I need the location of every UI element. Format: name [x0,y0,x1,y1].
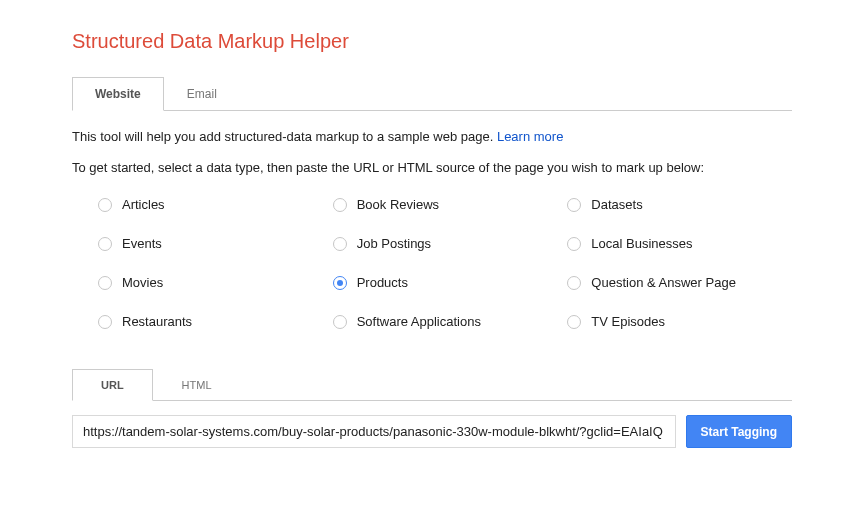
radio-label: Articles [122,197,165,212]
radio-label: TV Episodes [591,314,665,329]
radio-icon [567,237,581,251]
radio-icon [567,276,581,290]
radio-tv-episodes[interactable]: TV Episodes [567,314,792,329]
start-tagging-button[interactable]: Start Tagging [686,415,792,448]
type-tab-bar: Website Email [72,77,792,111]
radio-job-postings[interactable]: Job Postings [333,236,558,251]
radio-question-answer[interactable]: Question & Answer Page [567,275,792,290]
radio-icon [98,315,112,329]
radio-label: Datasets [591,197,642,212]
radio-icon [567,198,581,212]
radio-icon [333,315,347,329]
radio-icon [333,198,347,212]
radio-events[interactable]: Events [98,236,323,251]
radio-datasets[interactable]: Datasets [567,197,792,212]
radio-label: Question & Answer Page [591,275,736,290]
input-row: Start Tagging [72,415,792,448]
page-title: Structured Data Markup Helper [72,30,792,53]
radio-label: Events [122,236,162,251]
radio-restaurants[interactable]: Restaurants [98,314,323,329]
source-tab-bar: URL HTML [72,369,792,401]
radio-label: Job Postings [357,236,431,251]
radio-software-applications[interactable]: Software Applications [333,314,558,329]
radio-products[interactable]: Products [333,275,558,290]
intro-text: This tool will help you add structured-d… [72,129,792,144]
radio-icon [333,276,347,290]
radio-label: Movies [122,275,163,290]
data-type-grid: Articles Book Reviews Datasets Events Jo… [72,197,792,329]
radio-icon [98,237,112,251]
radio-icon [333,237,347,251]
tab-email[interactable]: Email [164,77,240,111]
radio-icon [567,315,581,329]
tab-website[interactable]: Website [72,77,164,111]
radio-book-reviews[interactable]: Book Reviews [333,197,558,212]
radio-icon [98,198,112,212]
instruction-text: To get started, select a data type, then… [72,160,792,175]
radio-label: Restaurants [122,314,192,329]
radio-label: Local Businesses [591,236,692,251]
url-input[interactable] [72,415,676,448]
radio-label: Book Reviews [357,197,439,212]
radio-label: Software Applications [357,314,481,329]
radio-movies[interactable]: Movies [98,275,323,290]
radio-articles[interactable]: Articles [98,197,323,212]
radio-icon [98,276,112,290]
radio-label: Products [357,275,408,290]
tab-html[interactable]: HTML [153,369,241,401]
tab-url[interactable]: URL [72,369,153,401]
intro-body: This tool will help you add structured-d… [72,129,497,144]
learn-more-link[interactable]: Learn more [497,129,563,144]
radio-local-businesses[interactable]: Local Businesses [567,236,792,251]
